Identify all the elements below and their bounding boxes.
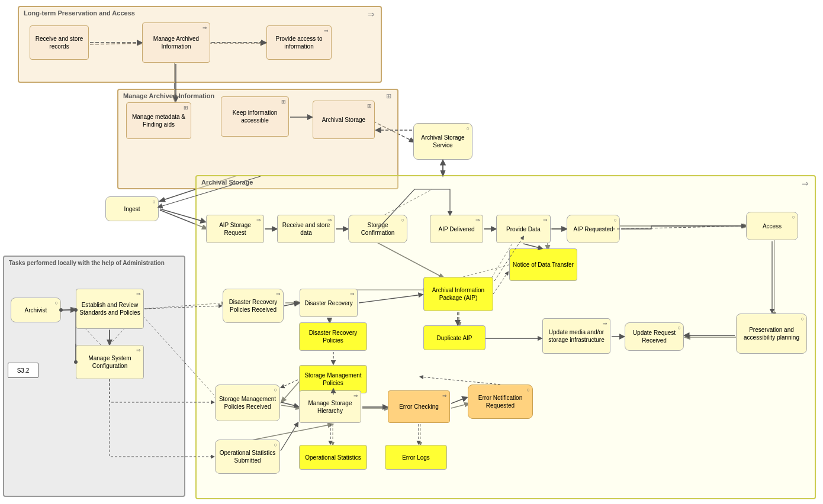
aip-delivered-chevron-icon: [475, 217, 480, 224]
disaster-recovery-box[interactable]: Disaster Recovery: [300, 289, 358, 317]
receive-store-data-chevron-icon: [327, 217, 332, 224]
update-media-chevron-icon: [603, 321, 607, 328]
manage-archived-info-top[interactable]: Manage Archived Information: [142, 22, 210, 63]
op-stats-submitted-box[interactable]: Operational Statistics Submitted: [215, 440, 280, 474]
access-circle-icon: [792, 214, 795, 221]
msc-chevron-icon: [136, 347, 141, 354]
ingest-circle-icon: [153, 199, 156, 206]
aip-storage-request-chevron-icon: [256, 217, 261, 224]
aip-box[interactable]: Archival Information Package (AIP): [423, 277, 493, 311]
aip-delivered-box[interactable]: AIP Delivered: [430, 215, 483, 243]
notice-data-transfer-box[interactable]: Notice of Data Transfer: [509, 248, 577, 281]
ec-chevron-icon: [442, 393, 447, 400]
disaster-recovery-policies-received-box[interactable]: Disaster Recovery Policies Received: [223, 289, 284, 323]
keep-accessible-box[interactable]: Keep information accessible: [221, 96, 289, 137]
mai-icon: ⊞: [386, 92, 391, 100]
msh-chevron-icon: [353, 393, 358, 400]
archivist-circle-icon: [55, 300, 58, 307]
archivist-box[interactable]: Archivist: [11, 298, 61, 322]
diagram-container: Long-term Preservation and Access ⇒ Mana…: [0, 0, 823, 504]
smp-received-box[interactable]: Storage Management Policies Received: [215, 385, 280, 421]
mai-label: Manage Archived Information: [123, 92, 214, 99]
local-admin-label: Tasks performed locally with the help of…: [9, 260, 165, 266]
manage-storage-hierarchy-box[interactable]: Manage Storage Hierarchy: [299, 390, 361, 423]
manage-metadata-grid-icon: [184, 105, 188, 112]
duplicate-aip-box[interactable]: Duplicate AIP: [423, 325, 486, 350]
keep-accessible-grid-icon: [281, 99, 286, 106]
dr-chevron-icon: [350, 291, 355, 298]
archival-storage-label: Archival Storage: [201, 179, 253, 186]
aip-storage-request-box[interactable]: AIP Storage Request: [206, 215, 264, 243]
provide-access-box[interactable]: Provide access to information: [266, 25, 332, 60]
establish-review-box[interactable]: Establish and Review Standards and Polic…: [76, 289, 144, 329]
update-media-box[interactable]: Update media and/or storage infrastructu…: [542, 318, 610, 354]
ltp-icon: ⇒: [368, 9, 375, 19]
archival-storage-icon: ⇒: [802, 179, 809, 188]
en-circle-icon: [527, 387, 530, 394]
archival-storage-inner-box[interactable]: Archival Storage: [313, 101, 375, 139]
aip-requested-circle-icon: [614, 217, 617, 224]
pp-circle-icon: [801, 316, 804, 323]
storage-confirmation-box[interactable]: Storage Confirmation: [348, 215, 407, 243]
operational-statistics-box[interactable]: Operational Statistics: [299, 445, 367, 470]
manage-metadata-box[interactable]: Manage metadata & Finding aids: [126, 102, 191, 139]
error-logs-box[interactable]: Error Logs: [385, 445, 447, 470]
preservation-planning-box[interactable]: Preservation and accessibility planning: [736, 314, 807, 354]
provide-access-chevron-icon: [324, 28, 329, 35]
provide-data-box[interactable]: Provide Data: [496, 215, 551, 243]
storage-confirm-circle-icon: [401, 217, 404, 224]
storage-mgmt-policies-box[interactable]: Storage Management Policies: [299, 365, 367, 393]
mai-top-chevron-icon: [202, 25, 207, 32]
drpr-chevron-icon: [276, 291, 281, 298]
ingest-box[interactable]: Ingest: [105, 196, 159, 221]
s32-label: S3.2: [8, 363, 38, 378]
manage-system-config-box[interactable]: Manage System Configuration: [76, 345, 144, 379]
receive-store-records[interactable]: Receive and store records: [30, 25, 89, 60]
archival-storage-grid-icon: [367, 103, 372, 110]
receive-store-data-box[interactable]: Receive and store data: [277, 215, 335, 243]
smp-received-circle-icon: [274, 387, 277, 394]
er-chevron-icon: [136, 291, 141, 298]
urr-circle-icon: [678, 325, 681, 332]
oss-circle-icon: [274, 442, 277, 449]
provide-data-chevron-icon: [543, 217, 548, 224]
update-request-box[interactable]: Update Request Received: [625, 322, 684, 351]
archival-storage-service-circle-icon: [467, 125, 470, 133]
archival-storage-service-box[interactable]: Archival Storage Service: [413, 123, 472, 160]
error-notification-box[interactable]: Error Notification Requested: [468, 385, 533, 419]
ltp-label: Long-term Preservation and Access: [24, 9, 135, 17]
aip-requested-box[interactable]: AIP Requested: [567, 215, 620, 243]
access-box[interactable]: Access: [746, 212, 798, 240]
error-checking-box[interactable]: Error Checking: [388, 390, 450, 423]
disaster-recovery-policies-box[interactable]: Disaster Recovery Policies: [299, 322, 367, 351]
